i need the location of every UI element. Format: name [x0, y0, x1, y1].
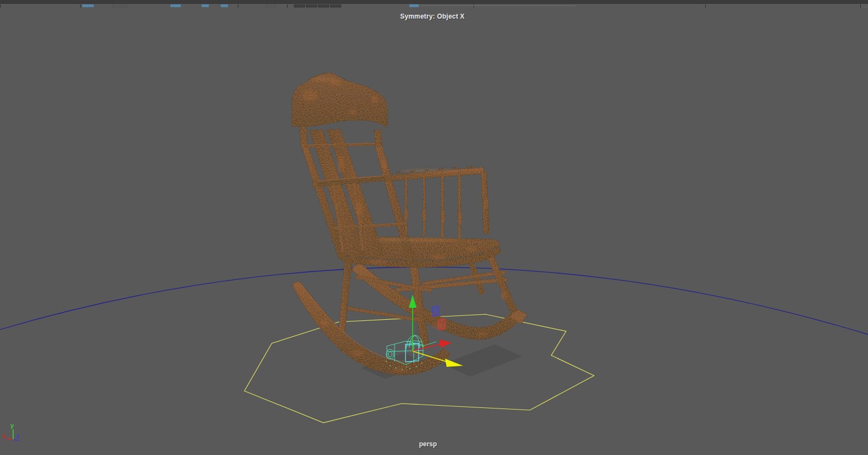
maya-viewport[interactable]: Symmetry: Object X	[0, 0, 868, 455]
chair-arm-spindles	[404, 171, 461, 239]
chair-finial	[300, 126, 307, 144]
axis-x-line	[6, 438, 13, 440]
axis-z-label: z	[16, 433, 20, 439]
chair-finial	[374, 130, 382, 146]
gizmo-xy-plane-handle[interactable]	[438, 319, 446, 330]
gizmo-yz-plane-handle[interactable]	[432, 306, 439, 316]
chair-leg-front-left	[338, 261, 352, 340]
viewport-canvas[interactable]: x y z	[0, 0, 868, 455]
axis-indicator[interactable]: x y z	[2, 422, 20, 441]
axis-y-label: y	[10, 422, 14, 429]
camera-name-label: persp	[419, 440, 437, 448]
axis-z-line	[13, 440, 19, 441]
rocking-chair-model[interactable]	[292, 73, 527, 375]
gizmo-x-arrowhead[interactable]	[439, 339, 452, 348]
axis-x-label: x	[2, 433, 6, 439]
chair-near-rocker	[293, 281, 450, 375]
